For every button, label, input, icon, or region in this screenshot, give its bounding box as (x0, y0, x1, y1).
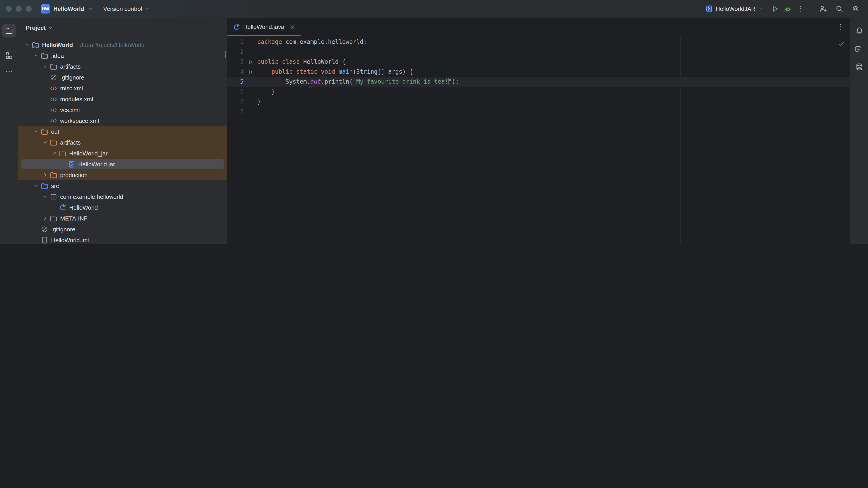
tree-item-production[interactable]: production (18, 169, 227, 180)
code-line-7[interactable]: 7} (227, 97, 850, 107)
chevron-spacer (50, 204, 58, 211)
chevron-down-icon (758, 6, 764, 12)
tree-item-helloworld[interactable]: HelloWorld (18, 202, 227, 213)
database-tool-button[interactable] (852, 60, 866, 74)
chevron-spacer (41, 85, 49, 92)
chevron-down-icon[interactable] (50, 150, 58, 157)
run-configuration-name: HelloWorldJAR (716, 5, 755, 12)
tree-item-helloworld-jar[interactable]: HelloWorld_jar (18, 148, 227, 159)
run-configuration-selector[interactable]: HelloWorldJAR (705, 5, 764, 13)
tab-helloworld-java[interactable]: HelloWorld.java (227, 18, 301, 36)
folder-project-icon (32, 41, 39, 48)
tree-item--gitignore[interactable]: .gitignore (18, 224, 227, 234)
add-user-icon (819, 5, 827, 13)
tree-item-label: HelloWorld (69, 204, 98, 211)
close-icon[interactable] (289, 23, 296, 31)
debug-button[interactable] (781, 2, 794, 15)
line-number: 7 (227, 97, 244, 107)
more-tool-button[interactable] (2, 65, 16, 78)
tree-item-meta-inf[interactable]: META-INF (18, 213, 227, 224)
iml-icon (41, 236, 49, 244)
tree-item-out[interactable]: out (18, 126, 227, 137)
notifications-bell-tool-button[interactable] (852, 24, 866, 37)
class-icon (59, 203, 66, 211)
chevron-spacer (32, 225, 40, 233)
code-text: package com.example.helloworld; (257, 37, 367, 47)
structure-icon (5, 52, 13, 60)
run-gutter-icon[interactable] (244, 57, 257, 67)
tree-item-artifacts[interactable]: artifacts (18, 137, 227, 148)
ignored-icon (50, 73, 57, 81)
tree-item-label: production (60, 171, 88, 178)
chevron-down-icon[interactable] (23, 41, 31, 48)
notifications-bell-icon (855, 27, 863, 35)
tree-item-com-example-helloworld[interactable]: com.example.helloworld (18, 191, 227, 202)
tree-item-artifacts[interactable]: artifacts (18, 61, 227, 72)
tab-options-kebab-icon[interactable] (837, 23, 844, 31)
database-icon (855, 63, 863, 71)
code-with-me-button[interactable] (816, 2, 829, 15)
tree-item--idea[interactable]: .idea (18, 50, 227, 61)
chevron-down-icon[interactable] (41, 193, 49, 200)
folder-icon (50, 63, 57, 70)
window-minimize-button[interactable] (16, 6, 22, 12)
project-tool-window: Project HelloWorld~/IdeaProjects/HelloWo… (18, 18, 227, 244)
inspections-ok-icon[interactable] (838, 40, 845, 47)
code-editor[interactable]: 1package com.example.helloworld;23public… (227, 36, 850, 244)
tree-item-helloworld-jar[interactable]: HelloWorld.jar (18, 159, 227, 169)
main-area: Project HelloWorld~/IdeaProjects/HelloWo… (0, 18, 868, 244)
chevron-down-icon[interactable] (32, 128, 40, 135)
code-text: System.out.println("My favourite drink i… (257, 77, 459, 87)
settings-button[interactable] (849, 2, 862, 15)
code-line-2[interactable]: 2 (227, 47, 850, 57)
search-everywhere-button[interactable] (833, 2, 845, 15)
gear-icon (851, 5, 859, 13)
tree-item-helloworld-iml[interactable]: HelloWorld.iml (18, 234, 227, 244)
chevron-right-icon[interactable] (41, 171, 49, 178)
project-folder-tool-button[interactable] (2, 24, 16, 37)
run-gutter-icon[interactable] (244, 67, 257, 77)
ai-assistant-tool-button[interactable] (852, 42, 866, 56)
chevron-right-icon[interactable] (41, 215, 49, 222)
window-close-button[interactable] (6, 6, 12, 12)
left-stripe-top2 (2, 46, 16, 80)
chevron-down-icon[interactable] (32, 182, 40, 189)
tree-item-workspace-xml[interactable]: workspace.xml (18, 115, 227, 126)
code-line-3[interactable]: 3public class HelloWorld { (227, 57, 850, 67)
vcs-menu[interactable]: Version control (103, 5, 150, 12)
tree-item-label: HelloWorld (42, 41, 73, 48)
tree-item-label: src (51, 182, 59, 189)
structure-tool-button[interactable] (2, 49, 16, 62)
code-line-1[interactable]: 1package com.example.helloworld; (227, 37, 850, 47)
project-panel-header[interactable]: Project (18, 18, 227, 37)
xml-icon (50, 117, 57, 125)
tree-item-label: .gitignore (51, 226, 75, 232)
code-line-5[interactable]: 5 System.out.println("My favourite drink… (227, 77, 850, 87)
project-widget[interactable]: HW HelloWorld (41, 4, 93, 13)
tree-item-modules-xml[interactable]: modules.xml (18, 94, 227, 104)
chevron-down-icon[interactable] (41, 139, 49, 146)
gutter-spacer (244, 37, 257, 47)
tree-item-vcs-xml[interactable]: vcs.xml (18, 104, 227, 115)
run-button[interactable] (769, 2, 781, 15)
gutter-spacer (244, 107, 257, 117)
chevron-down-icon[interactable] (32, 52, 40, 59)
tree-item-label: vcs.xml (60, 106, 80, 113)
code-line-8[interactable]: 8 (227, 107, 850, 117)
code-line-4[interactable]: 4 public static void main(String[] args)… (227, 67, 850, 77)
window-zoom-button[interactable] (26, 6, 32, 12)
gutter-spacer (244, 87, 257, 97)
folder-excluded-icon (50, 138, 57, 146)
tree-item-src[interactable]: src (18, 180, 227, 191)
more-run-actions-button[interactable] (794, 2, 807, 15)
chevron-spacer (59, 160, 67, 168)
stripe-divider (4, 43, 13, 43)
folder-src-icon (41, 182, 49, 190)
code-line-6[interactable]: 6 } (227, 87, 850, 97)
tree-item-label: .gitignore (60, 74, 84, 80)
tree-item-misc-xml[interactable]: misc.xml (18, 83, 227, 94)
chevron-spacer (41, 106, 49, 113)
tree-item--gitignore[interactable]: .gitignore (18, 72, 227, 83)
tree-item-helloworld[interactable]: HelloWorld~/IdeaProjects/HelloWorld (18, 39, 227, 50)
chevron-right-icon[interactable] (41, 63, 49, 70)
